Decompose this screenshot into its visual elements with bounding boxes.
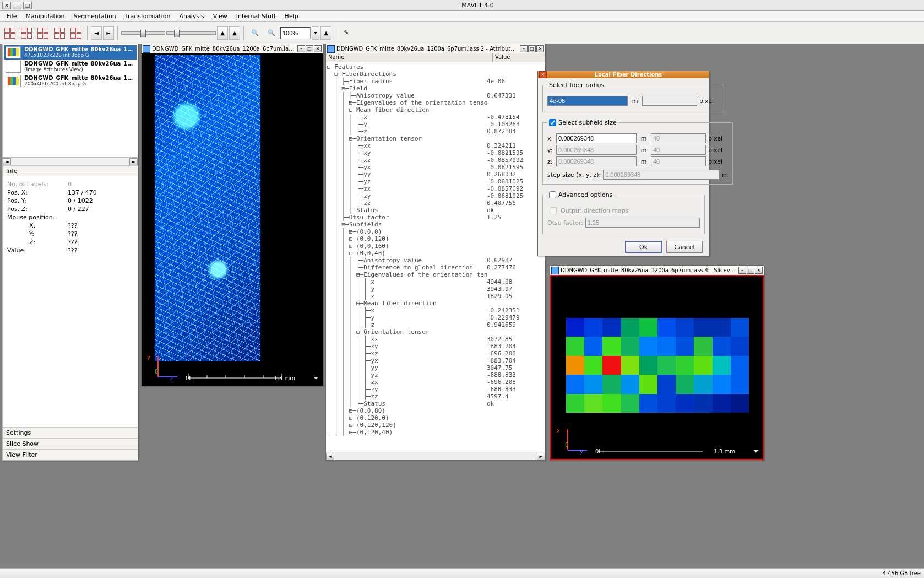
menu-segmentation[interactable]: Segmentation (69, 12, 121, 21)
tree-row[interactable]: │ │ │ │ ⊟─Mean fiber direction (327, 300, 543, 307)
panel-tab-settings[interactable]: Settings (3, 427, 138, 438)
col-value[interactable]: Value (493, 53, 545, 62)
tree-row[interactable]: │ │ │ ⊞─(0,0,160) (327, 242, 543, 250)
layout-2-icon[interactable] (19, 25, 34, 41)
tree-row[interactable]: │ │ │ │ ├─Anisotropy value0.62987 (327, 257, 543, 264)
contrast-slider[interactable] (166, 31, 216, 35)
minimize-icon[interactable]: – (738, 267, 746, 274)
tree-row[interactable]: │ │ │ │ │ ├─y3943.97 (327, 285, 543, 293)
scroll-left-icon[interactable]: ◄ (3, 158, 11, 165)
zoom-out-icon[interactable]: 🔍 (247, 25, 263, 41)
tree-row[interactable]: │ │ │ ⊞─(0,120,120) (327, 422, 543, 429)
tree-row[interactable]: │ │ │ │ ├─zy-0.0681025 (327, 192, 543, 199)
close-icon[interactable]: ✕ (755, 267, 763, 274)
z-m-input[interactable] (556, 156, 637, 166)
tree-row[interactable]: │ │ ⊟─Field (327, 85, 543, 92)
tree-row[interactable]: │ │ │ ⊞─Eigenvalues of the orientation t… (327, 99, 543, 106)
fiber-radius-px-input[interactable] (642, 96, 697, 106)
tree-row[interactable]: │ │ │ ⊞─(0,0,80) (327, 407, 543, 414)
tree-row[interactable]: │ │ │ ⊞─(0,0,120) (327, 235, 543, 242)
prev-view-button[interactable]: ◄ (91, 26, 102, 40)
close-icon[interactable]: ✕ (539, 71, 547, 78)
tree-row[interactable]: │ │ │ │ │ ├─y-0.229479 (327, 314, 543, 321)
tree-row[interactable]: │ │ │ │ ├─Difference to global direction… (327, 264, 543, 271)
menu-transformation[interactable]: Transformation (121, 12, 175, 21)
tree-row[interactable]: │ │ │ │ ├─yx-0.0821595 (327, 164, 543, 171)
tree-row[interactable]: │ │ ⊟─Subfields (327, 221, 543, 228)
layout-1-icon[interactable] (2, 25, 18, 41)
tree-row[interactable]: │ │ │ │ ├─xy-0.0821595 (327, 149, 543, 156)
zoom-dropdown-button[interactable]: ▾ (312, 26, 319, 40)
tree-row[interactable]: │ │ │ │ │ ├─x-0.242351 (327, 307, 543, 314)
tree-row[interactable]: │ │ │ │ │ ├─xz-696.208 (327, 350, 543, 357)
slicewin-titlebar[interactable]: DDNGWD_GFK_mitte_80kv26ua_1200a_6p7um.ia… (550, 266, 764, 275)
tree-row[interactable]: │ │ │ │ ├─z0.872184 (327, 128, 543, 135)
subfield-checkbox[interactable] (549, 119, 556, 126)
brightness-slider[interactable] (121, 31, 165, 35)
maximize-icon[interactable]: □ (23, 2, 32, 9)
tree-row[interactable]: │ │ │ │ │ ├─z1829.95 (327, 293, 543, 300)
zoom-in-icon[interactable]: 🔍 (264, 25, 279, 41)
maximize-icon[interactable]: □ (528, 45, 536, 52)
tree-row[interactable]: │ │ │ │ ├─zx-0.0857092 (327, 185, 543, 192)
tree-row[interactable]: │ │ │ ⊟─Orientation tensor (327, 135, 543, 142)
zoom-fit-button[interactable]: ▲ (320, 26, 331, 40)
sliceview-viewport[interactable]: x 0 y 0L 1.3 mm ⏷ (550, 275, 764, 460)
advanced-checkbox[interactable] (549, 191, 556, 198)
funnel-icon[interactable]: ⏷ (313, 374, 319, 382)
tree-row[interactable]: │ │ │ │ ├─y-0.103263 (327, 121, 543, 128)
tree-row[interactable]: │ │ │ │ │ ├─zy-688.833 (327, 386, 543, 393)
close-icon[interactable]: ✕ (2, 2, 11, 9)
tree-row[interactable]: │ │ │ │ │ ├─zx-696.208 (327, 379, 543, 386)
panel-tab-slice-show[interactable]: Slice Show (3, 438, 138, 449)
tree-row[interactable]: │ │ │ │ ├─x-0.478154 (327, 114, 543, 121)
tree-row[interactable]: │ │ ├─Fiber radius4e-06 (327, 78, 543, 85)
scroll-right-icon[interactable]: ► (537, 453, 545, 460)
tree-row[interactable]: │ │ │ ⊞─(0,0,0) (327, 228, 543, 235)
fiber-image-viewport[interactable]: y 0 z 0L 1.3 mm ⏷ (142, 53, 323, 386)
tree-row[interactable]: │ │ │ │ │ ├─yy3047.75 (327, 364, 543, 371)
tree-row[interactable]: │ │ │ ⊟─Mean fiber direction (327, 106, 543, 114)
y-px-input[interactable] (651, 145, 706, 155)
tree-row[interactable]: │ │ │ ├─Statusok (327, 207, 543, 214)
minimize-icon[interactable]: – (13, 2, 21, 9)
tree-row[interactable]: ⊟─Features (327, 63, 543, 71)
scroll-track[interactable] (334, 453, 537, 460)
menu-internal-stuff[interactable]: Internal Stuff (232, 12, 280, 21)
tree-row[interactable]: │ │ │ │ ├─yz-0.0681025 (327, 178, 543, 185)
filelist-scrollbar[interactable]: ◄ ► (3, 157, 138, 165)
file-item[interactable]: DDNGWD_GFK_mitte_80kv26ua_1200(Image Att… (4, 60, 137, 74)
maximize-icon[interactable]: □ (306, 45, 313, 52)
tree-row[interactable]: │ │ │ │ ⊟─Eigenvalues of the orientation… (327, 271, 543, 278)
picker-icon[interactable]: ✎ (339, 25, 354, 41)
tree-row[interactable]: │ │ │ │ ├─xz-0.0857092 (327, 156, 543, 164)
menu-file[interactable]: File (2, 12, 21, 21)
fiberwin-titlebar[interactable]: DDNGWD_GFK_mitte_80kv26ua_1200a_6p7um.ia… (142, 44, 323, 53)
col-name[interactable]: Name (326, 53, 493, 62)
funnel-icon[interactable]: ⏷ (753, 447, 759, 455)
x-px-input[interactable] (651, 133, 706, 143)
ok-button[interactable]: Ok (625, 241, 662, 253)
y-m-input[interactable] (556, 145, 637, 155)
menu-view[interactable]: View (209, 12, 232, 21)
attrwin-titlebar[interactable]: DDNGWD_GFK_mitte_80kv26ua_1200a_6p7um.ia… (326, 44, 545, 53)
tree-row[interactable]: │ │ │ ├─Anisotropy value0.647331 (327, 92, 543, 99)
menu-manipulation[interactable]: Manipulation (21, 12, 69, 21)
attr-tree-wrap[interactable]: ⊟─Features│ ⊟─FiberDirections│ │ ├─Fiber… (326, 62, 545, 452)
menu-help[interactable]: Help (280, 12, 303, 21)
dialog-titlebar[interactable]: ✕ Local Fiber Directions (538, 71, 709, 78)
tree-row[interactable]: │ │ │ │ │ ├─x4944.08 (327, 278, 543, 285)
layout-4-icon[interactable] (52, 25, 67, 41)
close-icon[interactable]: ✕ (314, 45, 322, 52)
tree-row[interactable]: │ │ │ │ │ ├─z0.942659 (327, 321, 543, 328)
scroll-right-icon[interactable]: ► (129, 158, 138, 165)
next-view-button[interactable]: ► (103, 26, 114, 40)
z-px-input[interactable] (651, 156, 706, 166)
zoom-input[interactable] (280, 27, 311, 39)
scroll-left-icon[interactable]: ◄ (326, 453, 334, 460)
close-icon[interactable]: ✕ (536, 45, 544, 52)
file-item[interactable]: DDNGWD_GFK_mitte_80kv26ua_1200471x1023x2… (4, 45, 137, 60)
tree-row[interactable]: │ │ │ │ ├─Statusok (327, 400, 543, 407)
tree-row[interactable]: │ │ │ │ │ ├─xx3072.85 (327, 336, 543, 343)
tree-row[interactable]: │ │ │ ⊞─(0,120,40) (327, 429, 543, 436)
